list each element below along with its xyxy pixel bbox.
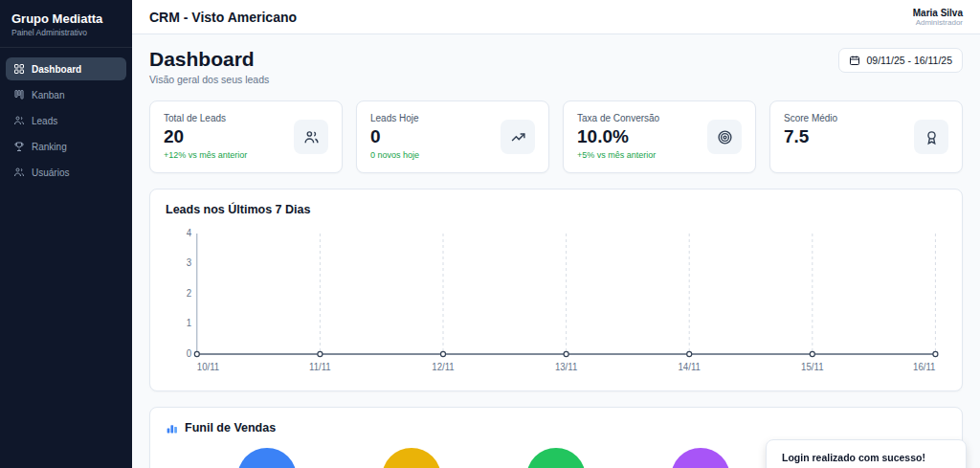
funnel-stage-circle bbox=[526, 448, 586, 468]
user-name: Maria Silva bbox=[913, 8, 963, 18]
stat-card-leads-hoje: Leads Hoje 0 0 novos hoje bbox=[356, 100, 549, 173]
users-icon bbox=[13, 115, 25, 126]
toast-message: Login realizado com sucesso! bbox=[782, 452, 925, 463]
users-icon bbox=[294, 120, 328, 154]
sidebar-item-label: Leads bbox=[32, 116, 57, 126]
stat-value: 10.0% bbox=[577, 126, 659, 147]
sidebar-item-label: Dashboard bbox=[32, 64, 81, 75]
stat-subtext bbox=[784, 150, 837, 161]
trending-up-icon bbox=[501, 120, 535, 154]
page-subtitle: Visão geral dos seus leads bbox=[149, 74, 269, 85]
main-panel: Dashboard Visão geral dos seus leads 09/… bbox=[132, 34, 980, 468]
sidebar-item-label: Ranking bbox=[32, 142, 67, 152]
app-window: Grupo Mediatta Painel Administrativo Das… bbox=[0, 0, 980, 468]
leads-line-chart: 0123410/1111/1112/1113/1114/1115/1116/11 bbox=[166, 226, 947, 377]
sidebar: Grupo Mediatta Painel Administrativo Das… bbox=[0, 0, 132, 468]
svg-text:16/11: 16/11 bbox=[913, 362, 935, 372]
stat-subtext: +12% vs mês anterior bbox=[164, 150, 247, 161]
kanban-icon bbox=[13, 89, 25, 100]
users-icon bbox=[13, 167, 25, 178]
stat-card-total-leads: Total de Leads 20 +12% vs mês anterior bbox=[149, 100, 343, 173]
stat-value: 20 bbox=[164, 126, 247, 147]
page-title: Dashboard bbox=[149, 48, 269, 71]
sidebar-item-label: Usuários bbox=[32, 167, 69, 178]
user-role: Administrador bbox=[913, 18, 963, 27]
brand-title: Grupo Mediatta bbox=[11, 11, 121, 26]
app-title: CRM - Visto Americano bbox=[149, 10, 297, 25]
sidebar-item-leads[interactable]: Leads bbox=[6, 109, 126, 132]
date-range-button[interactable]: 09/11/25 - 16/11/25 bbox=[838, 48, 963, 73]
sidebar-item-usuarios[interactable]: Usuários bbox=[6, 161, 126, 184]
svg-text:15/11: 15/11 bbox=[801, 362, 823, 372]
stat-label: Leads Hoje bbox=[370, 113, 419, 123]
svg-text:11/11: 11/11 bbox=[309, 362, 331, 372]
svg-text:13/11: 13/11 bbox=[555, 362, 577, 372]
brand-box: Grupo Mediatta Painel Administrativo bbox=[0, 0, 132, 48]
funnel-title: Funil de Vendas bbox=[185, 421, 276, 435]
sidebar-nav: Dashboard Kanban Leads Ranking Usuários bbox=[0, 48, 132, 193]
svg-text:12/11: 12/11 bbox=[432, 362, 454, 372]
stats-row: Total de Leads 20 +12% vs mês anterior L… bbox=[149, 100, 963, 173]
sidebar-item-dashboard[interactable]: Dashboard bbox=[6, 57, 126, 80]
brand-subtitle: Painel Administrativo bbox=[11, 28, 121, 37]
chart-title: Leads nos Últimos 7 Dias bbox=[166, 203, 947, 216]
page-head: Dashboard Visão geral dos seus leads 09/… bbox=[149, 48, 963, 85]
sidebar-item-kanban[interactable]: Kanban bbox=[6, 83, 126, 106]
stat-subtext: 0 novos hoje bbox=[370, 150, 419, 161]
sidebar-item-label: Kanban bbox=[32, 90, 64, 100]
bar-chart-icon bbox=[166, 422, 178, 435]
funnel-title-row: Funil de Vendas bbox=[166, 421, 947, 435]
user-block[interactable]: Maria Silva Administrador bbox=[913, 8, 963, 27]
funnel-stage-circle bbox=[237, 448, 297, 468]
svg-text:0: 0 bbox=[187, 348, 192, 359]
sidebar-item-ranking[interactable]: Ranking bbox=[6, 135, 126, 158]
stat-card-taxa-conversao: Taxa de Conversão 10.0% +5% vs mês anter… bbox=[563, 100, 756, 173]
grid-icon bbox=[13, 63, 25, 75]
award-icon bbox=[914, 120, 948, 154]
leads-chart-card: Leads nos Últimos 7 Dias 0123410/1111/11… bbox=[149, 189, 963, 391]
svg-text:3: 3 bbox=[187, 257, 192, 268]
stat-label: Total de Leads bbox=[164, 113, 247, 123]
stat-label: Taxa de Conversão bbox=[577, 113, 659, 123]
funnel-stage-circle bbox=[382, 448, 441, 468]
trophy-icon bbox=[13, 141, 25, 152]
stat-card-score-medio: Score Médio 7.5 bbox=[769, 100, 963, 173]
top-header: CRM - Visto Americano Maria Silva Admini… bbox=[132, 0, 980, 34]
svg-text:4: 4 bbox=[187, 228, 192, 238]
stat-label: Score Médio bbox=[784, 113, 837, 123]
calendar-icon bbox=[849, 55, 860, 66]
stat-value: 0 bbox=[370, 126, 419, 147]
svg-text:1: 1 bbox=[187, 318, 191, 328]
stat-value: 7.5 bbox=[784, 126, 837, 147]
svg-text:10/11: 10/11 bbox=[197, 362, 219, 372]
toast-notification[interactable]: Login realizado com sucesso! bbox=[766, 439, 967, 468]
svg-text:14/11: 14/11 bbox=[679, 362, 701, 372]
svg-text:2: 2 bbox=[187, 288, 191, 299]
content-area: CRM - Visto Americano Maria Silva Admini… bbox=[132, 0, 980, 468]
funnel-stage-circle bbox=[671, 448, 730, 468]
chart-area: 0123410/1111/1112/1113/1114/1115/1116/11 bbox=[166, 226, 947, 377]
stat-subtext: +5% vs mês anterior bbox=[577, 150, 659, 161]
target-icon bbox=[707, 120, 742, 154]
date-range-label: 09/11/25 - 16/11/25 bbox=[866, 55, 952, 66]
